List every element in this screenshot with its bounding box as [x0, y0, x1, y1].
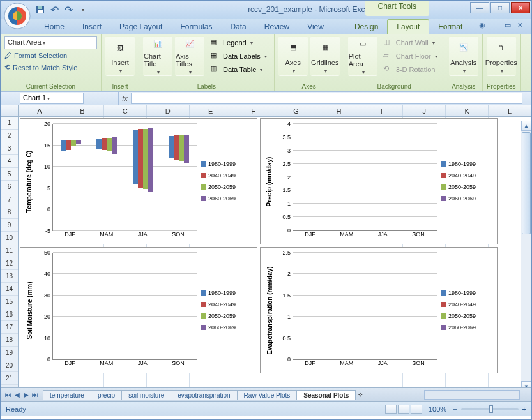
zoom-in-button[interactable]: +: [522, 405, 526, 413]
col-header[interactable]: E: [190, 105, 232, 116]
row-header[interactable]: 11: [1, 244, 18, 257]
minimize-button[interactable]: —: [470, 2, 489, 13]
plot-area-button[interactable]: ▭Plot Area: [348, 36, 377, 76]
select-all-corner[interactable]: [1, 105, 19, 116]
tab-format[interactable]: Format: [429, 20, 471, 34]
row-header[interactable]: 1: [1, 117, 18, 130]
page-break-view-button[interactable]: [411, 405, 422, 414]
row-header[interactable]: 19: [1, 347, 18, 359]
rotation-button[interactable]: ⟲3-D Rotation: [380, 63, 441, 76]
office-button[interactable]: [3, 2, 31, 30]
mdi-close-icon[interactable]: ✕: [517, 21, 526, 30]
fx-icon[interactable]: fx: [118, 92, 131, 105]
row-header[interactable]: 2: [1, 130, 18, 142]
tab-last-icon[interactable]: ⏭: [31, 391, 39, 399]
tab-view[interactable]: View: [298, 20, 333, 34]
tab-formulas[interactable]: Formulas: [171, 20, 221, 34]
data-labels-button[interactable]: ▦Data Labels: [207, 50, 270, 63]
row-header[interactable]: 9: [1, 219, 18, 232]
axis-titles-button[interactable]: 📈Axis Titles: [175, 36, 204, 76]
reset-style-button[interactable]: ⟲Reset to Match Style: [4, 62, 78, 73]
normal-view-button[interactable]: [385, 405, 397, 414]
row-header[interactable]: 3: [1, 142, 18, 155]
chart-soil-moisture[interactable]: Soil Moisture (mm)01020304050DJFMAMJJASO…: [20, 247, 257, 373]
zoom-slider[interactable]: [461, 408, 519, 410]
row-header[interactable]: 18: [1, 334, 18, 347]
axes-button[interactable]: ⬒Axes: [278, 36, 308, 76]
row-header[interactable]: 13: [1, 270, 18, 283]
chart-floor-button[interactable]: ▱Chart Floor: [380, 50, 441, 63]
row-header[interactable]: 8: [1, 206, 18, 219]
name-box[interactable]: Chart 1: [20, 93, 84, 104]
sheet-tab[interactable]: precip: [91, 390, 122, 400]
undo-icon[interactable]: ↶: [49, 4, 59, 15]
chart-element-dropdown[interactable]: Chart Area: [4, 36, 97, 49]
help-icon[interactable]: ◉: [479, 21, 488, 30]
tab-design[interactable]: Design: [346, 20, 387, 34]
col-header[interactable]: B: [61, 105, 104, 116]
format-selection-button[interactable]: 🖊Format Selection: [4, 50, 67, 61]
properties-button[interactable]: 🗒Properties: [487, 36, 516, 76]
mdi-minimize-icon[interactable]: —: [492, 21, 501, 30]
formula-input[interactable]: [131, 93, 522, 104]
col-header[interactable]: A: [19, 105, 61, 116]
row-header[interactable]: 20: [1, 359, 18, 372]
col-header[interactable]: C: [104, 105, 147, 116]
scroll-thumb[interactable]: [522, 132, 531, 234]
tab-prev-icon[interactable]: ◀: [13, 391, 21, 399]
tab-insert[interactable]: Insert: [73, 20, 110, 34]
redo-icon[interactable]: ↷: [63, 4, 73, 15]
zoom-out-button[interactable]: −: [453, 405, 457, 413]
row-header[interactable]: 14: [1, 283, 18, 296]
tab-first-icon[interactable]: ⏮: [4, 391, 12, 399]
qat-customize-icon[interactable]: [77, 4, 87, 15]
tab-home[interactable]: Home: [35, 20, 73, 34]
zoom-thumb[interactable]: [489, 405, 493, 413]
gridlines-button[interactable]: ▦Gridlines: [310, 36, 340, 76]
data-table-button[interactable]: ▥Data Table: [207, 63, 270, 76]
mdi-restore-icon[interactable]: ▭: [505, 21, 513, 30]
col-header[interactable]: H: [317, 105, 360, 116]
tab-data[interactable]: Data: [221, 20, 255, 34]
row-header[interactable]: 5: [1, 168, 18, 181]
row-header[interactable]: 7: [1, 193, 18, 206]
row-header[interactable]: 17: [1, 321, 18, 334]
row-header[interactable]: 10: [1, 232, 18, 244]
row-header[interactable]: 15: [1, 296, 18, 308]
chart-temperature[interactable]: Temperature (deg C)-505101520DJFMAMJJASO…: [20, 118, 257, 244]
tab-layout[interactable]: Layout: [387, 19, 429, 34]
row-header[interactable]: 16: [1, 308, 18, 321]
col-header[interactable]: J: [403, 105, 446, 116]
col-header[interactable]: K: [446, 105, 489, 116]
col-header[interactable]: F: [232, 105, 275, 116]
scroll-up-icon[interactable]: ▲: [521, 121, 531, 131]
tab-review[interactable]: Review: [255, 20, 298, 34]
col-header[interactable]: L: [489, 105, 531, 116]
row-header[interactable]: 12: [1, 257, 18, 270]
zoom-level[interactable]: 100%: [429, 405, 446, 413]
chart-precip[interactable]: Precip (mm/day)00.511.522.533.54DJFMAMJJ…: [260, 118, 498, 244]
chart-title-button[interactable]: 📊Chart Title: [143, 36, 172, 76]
vertical-scrollbar[interactable]: ▲ ▼: [521, 121, 531, 391]
new-sheet-icon[interactable]: ✧: [358, 391, 363, 398]
horizontal-scrollbar[interactable]: [424, 390, 520, 400]
row-header[interactable]: 21: [1, 372, 18, 385]
chart-evapotranspiration[interactable]: Evapotranspiration (mm/day)00.511.522.5D…: [260, 247, 498, 373]
sheet-tab[interactable]: Seasonal Plots: [296, 390, 356, 400]
sheet-tab[interactable]: soil moisture: [121, 390, 171, 400]
sheet-tab[interactable]: temperature: [43, 390, 91, 400]
save-icon[interactable]: [35, 4, 45, 15]
analysis-button[interactable]: 📉Analysis: [449, 36, 478, 76]
row-header[interactable]: 4: [1, 155, 18, 168]
legend-button[interactable]: ▤Legend: [207, 36, 270, 49]
sheet-tab[interactable]: evapotranspiration: [171, 390, 237, 400]
row-header[interactable]: 6: [1, 181, 18, 193]
tab-next-icon[interactable]: ▶: [22, 391, 30, 399]
tab-page-layout[interactable]: Page Layout: [110, 20, 171, 34]
sheet-tab[interactable]: Raw Value Plots: [237, 390, 298, 400]
col-header[interactable]: I: [360, 105, 403, 116]
page-layout-view-button[interactable]: [398, 405, 409, 414]
chart-wall-button[interactable]: ◫Chart Wall: [380, 36, 441, 49]
maximize-button[interactable]: □: [490, 2, 510, 13]
cells-area[interactable]: Temperature (deg C)-505101520DJFMAMJJASO…: [19, 117, 531, 387]
